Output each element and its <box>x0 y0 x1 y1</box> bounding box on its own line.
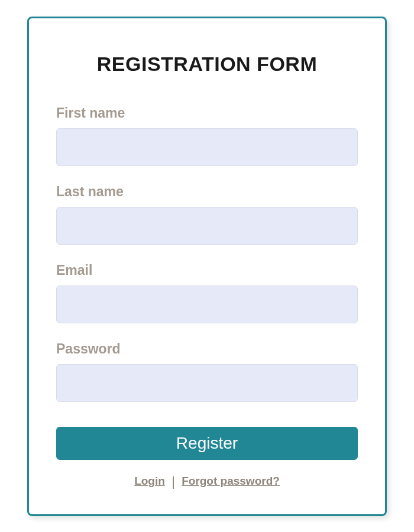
login-link[interactable]: Login <box>134 475 165 487</box>
password-input[interactable] <box>56 364 358 402</box>
form-title: REGISTRATION FORM <box>56 53 358 76</box>
last-name-input[interactable] <box>56 207 358 245</box>
first-name-group: First name <box>56 105 358 166</box>
forgot-password-link[interactable]: Forgot password? <box>182 475 280 487</box>
last-name-group: Last name <box>56 184 358 245</box>
links-row: Login | Forgot password? <box>56 474 358 489</box>
links-divider: | <box>172 474 175 489</box>
register-button[interactable]: Register <box>56 427 358 460</box>
email-group: Email <box>56 262 358 323</box>
password-label: Password <box>56 341 358 357</box>
first-name-label: First name <box>56 105 358 121</box>
email-input[interactable] <box>56 286 358 323</box>
registration-card: REGISTRATION FORM First name Last name E… <box>27 17 387 516</box>
password-group: Password <box>56 341 358 402</box>
last-name-label: Last name <box>56 184 358 200</box>
first-name-input[interactable] <box>56 128 358 166</box>
email-label: Email <box>56 262 358 278</box>
